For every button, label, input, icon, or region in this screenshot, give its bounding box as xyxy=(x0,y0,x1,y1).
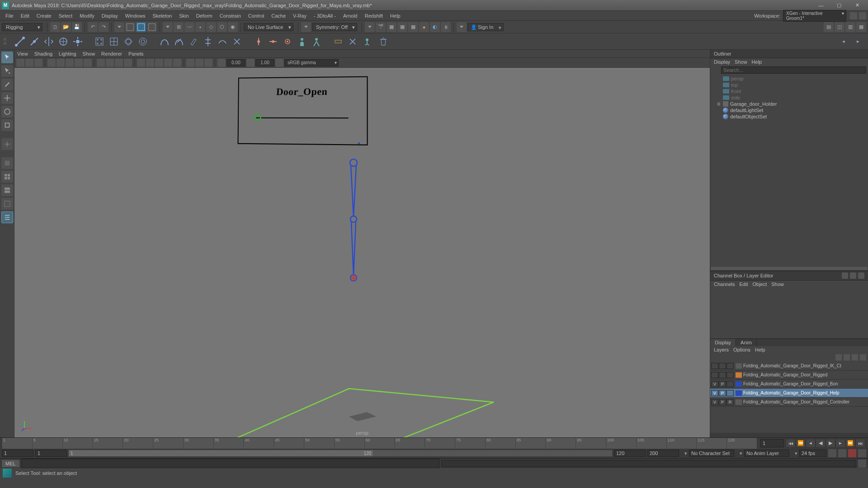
vp-viewtransform-icon[interactable] xyxy=(275,59,283,67)
range-end-field[interactable]: 200 xyxy=(647,450,679,457)
vp-motion-blur-icon[interactable] xyxy=(164,59,172,67)
menu-windows[interactable]: Windows xyxy=(122,12,149,19)
shelf-joint-icon[interactable] xyxy=(14,35,26,48)
shelf-set-driven-icon[interactable] xyxy=(332,35,344,48)
layer-r-toggle[interactable] xyxy=(726,390,734,396)
symmetry-toggle-icon[interactable] xyxy=(301,22,311,32)
layer-row[interactable]: VPFolding_Automatic_Garage_Door_Rigged_B… xyxy=(710,380,868,389)
script-lang-toggle[interactable]: MEL xyxy=(2,460,19,467)
menu-edit[interactable]: Edit xyxy=(17,12,33,19)
shelf-wire-icon[interactable] xyxy=(137,35,149,48)
step-forward-key-icon[interactable]: ⏩ xyxy=(845,439,855,448)
shelf-paint-weights-icon[interactable] xyxy=(187,35,200,48)
outliner-menu-display[interactable]: Display xyxy=(714,59,730,65)
shelf-constraint-1-icon[interactable] xyxy=(252,35,265,48)
select-object-icon[interactable] xyxy=(136,22,146,32)
panel-toggle-2-icon[interactable]: ◫ xyxy=(835,22,844,32)
menu-file[interactable]: File xyxy=(2,12,17,19)
range-out-field[interactable]: 120 xyxy=(614,450,646,457)
save-scene-icon[interactable]: 💾 xyxy=(72,22,82,32)
shelf-wrap-icon[interactable] xyxy=(122,35,135,48)
maximize-button[interactable]: ▢ xyxy=(830,0,848,11)
outliner-menu-show[interactable]: Show xyxy=(735,59,747,65)
paint-select-tool[interactable] xyxy=(1,79,13,90)
shelf-pose-icon[interactable] xyxy=(361,35,373,48)
ipr-render-icon[interactable]: ▦ xyxy=(387,22,396,32)
viewport[interactable]: Door_Open xyxy=(14,68,710,437)
layer-p-toggle[interactable] xyxy=(719,363,726,369)
light-editor-icon[interactable]: ◐ xyxy=(430,22,440,32)
vp-xray-joint-icon[interactable] xyxy=(204,59,212,67)
menu-arnold[interactable]: Arnold xyxy=(340,12,361,19)
vp-expose-icon[interactable] xyxy=(217,59,226,67)
layer-p-toggle[interactable]: P xyxy=(719,399,726,405)
menu-control[interactable]: Control xyxy=(245,12,268,19)
layer-p-toggle[interactable]: P xyxy=(719,381,726,387)
vp-isolate-icon[interactable] xyxy=(186,59,194,67)
layer-color-swatch[interactable] xyxy=(736,390,742,396)
go-start-icon[interactable]: ⏮ xyxy=(786,439,796,448)
command-input[interactable] xyxy=(21,459,440,468)
redo-icon[interactable]: ↷ xyxy=(99,22,108,32)
hypershade-icon[interactable]: ● xyxy=(419,22,429,32)
snap-curve-icon[interactable]: 〰 xyxy=(184,22,194,32)
outliner-search-input[interactable] xyxy=(721,66,866,74)
layer-p-toggle[interactable]: P xyxy=(719,390,726,396)
outliner-item[interactable]: ⊞Garage_door_Holder xyxy=(710,101,868,107)
anim-layer-select[interactable]: No Anim Layer xyxy=(744,450,789,457)
render-settings-icon[interactable]: ▦ xyxy=(408,22,418,32)
menu--3dtoall-[interactable]: - 3DtoAll - xyxy=(310,12,340,19)
vp-menu-view[interactable]: View xyxy=(17,51,28,56)
menu-skeleton[interactable]: Skeleton xyxy=(149,12,175,19)
range-loop-icon[interactable] xyxy=(828,449,836,457)
character-set-select[interactable]: No Character Set xyxy=(689,450,734,457)
menu-redshift[interactable]: Redshift xyxy=(361,12,387,19)
step-back-icon[interactable]: ◂ xyxy=(806,439,816,448)
signin-button[interactable]: 👤 Sign In xyxy=(467,23,504,31)
vp-texture-icon[interactable] xyxy=(124,59,132,67)
menu-v-ray[interactable]: V-Ray xyxy=(289,12,310,19)
layer-row[interactable]: Folding_Automatic_Garage_Door_Rigged_IK_… xyxy=(710,361,868,371)
channel-box-body[interactable] xyxy=(710,288,868,338)
layer-menu-layers[interactable]: Layers xyxy=(714,347,729,352)
outliner-item[interactable]: top xyxy=(710,82,868,88)
layer-new-empty-icon[interactable] xyxy=(852,354,858,361)
vp-menu-shading[interactable]: Shading xyxy=(34,51,52,56)
vp-gamma-icon[interactable] xyxy=(246,59,255,67)
range-track[interactable]: 1120 xyxy=(69,450,612,456)
play-back-icon[interactable]: ◀ xyxy=(816,439,826,448)
layer-r-toggle[interactable]: R xyxy=(726,399,734,405)
panel-toggle-3-icon[interactable]: ▥ xyxy=(845,22,855,32)
select-hierarchy-icon[interactable] xyxy=(125,22,135,32)
expand-toggle-icon[interactable] xyxy=(457,22,467,32)
render-view-icon[interactable]: ▦ xyxy=(397,22,407,32)
fps-select[interactable]: 24 fps xyxy=(799,450,826,457)
outliner-menu-help[interactable]: Help xyxy=(752,59,762,65)
select-component-icon[interactable] xyxy=(147,22,157,32)
snap-plane-icon[interactable]: ◇ xyxy=(206,22,216,32)
menuset-select[interactable]: Rigging xyxy=(2,23,42,31)
layer-color-swatch[interactable] xyxy=(736,381,742,387)
vp-shadow-icon[interactable] xyxy=(146,59,154,67)
rotate-tool[interactable] xyxy=(1,106,13,117)
shelf-blend-icon[interactable] xyxy=(346,35,359,48)
vp-gamma-field[interactable]: 1.00 xyxy=(255,59,274,66)
panel-toggle-1-icon[interactable]: ▤ xyxy=(824,22,834,32)
open-scene-icon[interactable]: 📂 xyxy=(61,22,71,32)
outliner-item[interactable]: side xyxy=(710,94,868,101)
layer-list[interactable]: Folding_Automatic_Garage_Door_Rigged_IK_… xyxy=(710,361,868,433)
outliner-item[interactable]: defaultObjectSet xyxy=(710,113,868,120)
current-frame-field[interactable]: 1 xyxy=(760,439,784,447)
shelf-char2-icon[interactable] xyxy=(310,35,323,48)
vp-menu-lighting[interactable]: Lighting xyxy=(59,51,76,56)
shelf-lattice-icon[interactable] xyxy=(108,35,120,48)
menu-select[interactable]: Select xyxy=(55,12,76,19)
vp-exposure-field[interactable]: 0.00 xyxy=(226,59,245,66)
vp-bookmark-icon[interactable] xyxy=(34,59,42,67)
menu-create[interactable]: Create xyxy=(33,12,55,19)
symmetry-select[interactable]: Symmetry: Off xyxy=(312,23,357,31)
last-tool[interactable] xyxy=(1,138,13,150)
menu-deform[interactable]: Deform xyxy=(193,12,216,19)
close-button[interactable]: ✕ xyxy=(848,0,866,11)
range-handle[interactable]: 1120 xyxy=(69,450,373,456)
